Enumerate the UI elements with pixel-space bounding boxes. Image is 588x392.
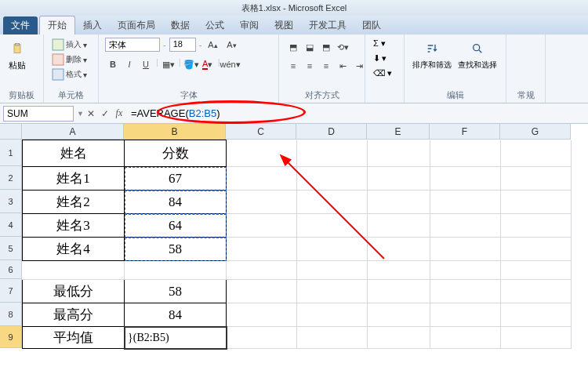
fill-button[interactable]: ⬇ ▾ <box>372 53 388 64</box>
cell-B8[interactable]: 84 <box>125 303 227 327</box>
tab-file[interactable]: 文件 <box>3 16 38 34</box>
tab-review[interactable]: 审阅 <box>232 16 267 34</box>
cell-F3[interactable] <box>430 191 501 214</box>
cell-E7[interactable] <box>368 280 430 303</box>
col-header-D[interactable]: D <box>296 124 367 140</box>
cell-C4[interactable] <box>227 214 297 238</box>
enter-formula-button[interactable]: ✓ <box>98 107 112 121</box>
cell-G6[interactable] <box>501 261 572 280</box>
cell-A9[interactable]: 平均值 <box>23 327 125 349</box>
col-header-C[interactable]: C <box>226 124 296 140</box>
col-header-G[interactable]: G <box>500 124 571 140</box>
row-header-9[interactable]: 9 <box>0 326 22 348</box>
cell-G5[interactable] <box>501 238 572 261</box>
cell-B6[interactable] <box>125 261 227 280</box>
cell-D1[interactable] <box>297 140 368 167</box>
tab-home[interactable]: 开始 <box>39 16 75 34</box>
cell-A8[interactable]: 最高分 <box>23 303 125 327</box>
cell-A6[interactable] <box>23 261 125 280</box>
row-header-7[interactable]: 7 <box>0 279 22 303</box>
cell-A1[interactable]: 姓名 <box>23 140 125 167</box>
row-header-1[interactable]: 1 <box>0 140 22 166</box>
row-header-3[interactable]: 3 <box>0 190 22 213</box>
font-color-button[interactable]: A▾ <box>200 57 216 71</box>
cell-G3[interactable] <box>501 191 572 214</box>
align-top-button[interactable]: ⬒ <box>285 40 301 54</box>
cell-B9[interactable]: }(B2:B5) <box>125 327 227 349</box>
cell-B2[interactable]: 67 <box>125 167 227 191</box>
formula-input[interactable]: =AVERAGE(B2:B5) <box>126 106 588 121</box>
cell-C3[interactable] <box>227 191 297 214</box>
italic-button[interactable]: I <box>122 57 137 71</box>
cell-G4[interactable] <box>501 214 572 238</box>
cell-E6[interactable] <box>368 261 430 280</box>
cell-F5[interactable] <box>430 238 501 261</box>
cell-E5[interactable] <box>368 238 430 261</box>
row-header-2[interactable]: 2 <box>0 166 22 190</box>
font-size-select[interactable]: 18 <box>169 38 196 52</box>
cell-G9[interactable] <box>501 327 572 349</box>
cell-F2[interactable] <box>430 167 501 191</box>
align-right-button[interactable]: ≡ <box>318 59 334 73</box>
increase-font-button[interactable]: A▴ <box>205 38 220 52</box>
cell-D5[interactable] <box>297 238 368 261</box>
indent-inc-button[interactable]: ⇥ <box>351 59 367 73</box>
row-header-8[interactable]: 8 <box>0 303 22 326</box>
name-box[interactable] <box>3 106 74 122</box>
row-header-4[interactable]: 4 <box>0 213 22 237</box>
cell-A7[interactable]: 最低分 <box>23 280 125 303</box>
cell-E4[interactable] <box>368 214 430 238</box>
indent-dec-button[interactable]: ⇤ <box>335 59 350 73</box>
align-bottom-button[interactable]: ⬒ <box>318 40 334 54</box>
cell-D2[interactable] <box>297 167 368 191</box>
border-button[interactable]: ▦▾ <box>161 57 176 71</box>
fill-color-button[interactable]: 🪣▾ <box>183 57 199 71</box>
row-header-6[interactable]: 6 <box>0 260 22 279</box>
decrease-font-button[interactable]: A▾ <box>223 38 239 52</box>
align-left-button[interactable]: ≡ <box>285 59 301 73</box>
cell-E8[interactable] <box>368 303 430 327</box>
clear-button[interactable]: ⌫ ▾ <box>372 67 394 79</box>
delete-cells-button[interactable]: 删除 ▾ <box>50 53 89 67</box>
tab-data[interactable]: 数据 <box>163 16 198 34</box>
cell-D7[interactable] <box>297 280 368 303</box>
phonetic-button[interactable]: wén▾ <box>223 57 238 71</box>
cell-B5[interactable]: 58 <box>125 238 227 261</box>
col-header-B[interactable]: B <box>124 124 226 140</box>
cell-A3[interactable]: 姓名2 <box>23 191 125 214</box>
cell-F9[interactable] <box>430 327 501 349</box>
bold-button[interactable]: B <box>105 57 121 71</box>
cell-G1[interactable] <box>501 140 572 167</box>
tab-insert[interactable]: 插入 <box>75 16 110 34</box>
cell-D6[interactable] <box>297 261 368 280</box>
cell-G2[interactable] <box>501 167 572 191</box>
cell-B4[interactable]: 64 <box>125 214 227 238</box>
insert-cells-button[interactable]: 插入 ▾ <box>50 38 89 52</box>
cell-F1[interactable] <box>430 140 501 167</box>
col-header-A[interactable]: A <box>22 124 124 140</box>
cell-C8[interactable] <box>227 303 297 327</box>
cell-B3[interactable]: 84 <box>125 191 227 214</box>
tab-view[interactable]: 视图 <box>267 16 301 34</box>
cell-D3[interactable] <box>297 191 368 214</box>
tab-formulas[interactable]: 公式 <box>198 16 232 34</box>
cell-C7[interactable] <box>227 280 297 303</box>
col-header-E[interactable]: E <box>367 124 430 140</box>
orientation-button[interactable]: ⟲▾ <box>335 40 350 54</box>
cell-F6[interactable] <box>430 261 501 280</box>
cells-area[interactable]: 姓名分数姓名167姓名284姓名364姓名458最低分58最高分84平均值}(B… <box>22 140 572 349</box>
cell-E3[interactable] <box>368 191 430 214</box>
col-header-F[interactable]: F <box>430 124 500 140</box>
cell-C2[interactable] <box>227 167 297 191</box>
cell-E9[interactable] <box>368 327 430 349</box>
autosum-button[interactable]: Σ ▾ <box>372 38 387 49</box>
tab-dev[interactable]: 开发工具 <box>301 16 354 34</box>
cell-C6[interactable] <box>227 261 297 280</box>
cell-C9[interactable] <box>227 327 297 349</box>
cell-B1[interactable]: 分数 <box>125 140 227 167</box>
select-all-corner[interactable] <box>0 124 22 140</box>
cell-D8[interactable] <box>297 303 368 327</box>
cell-E2[interactable] <box>368 167 430 191</box>
cell-E1[interactable] <box>368 140 430 167</box>
cell-D9[interactable] <box>297 327 368 349</box>
